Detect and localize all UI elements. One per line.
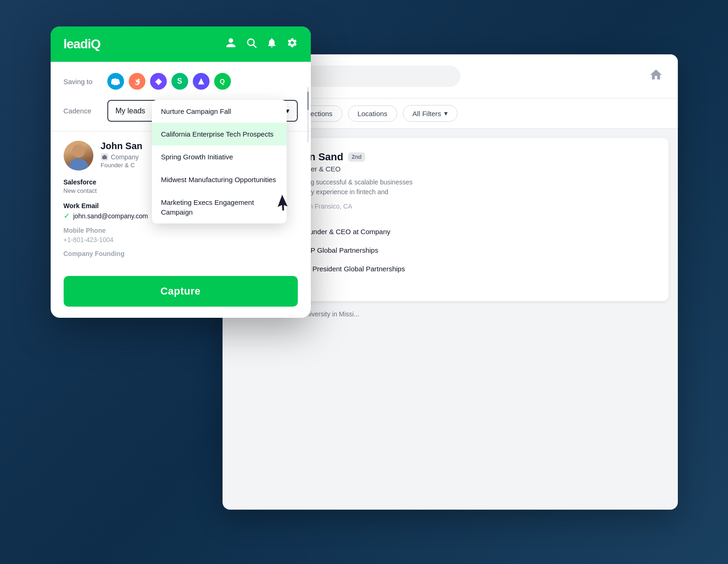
purple-crm-icon[interactable]: ◆ xyxy=(150,73,167,90)
check-icon: ✓ xyxy=(64,211,70,220)
filter-locations[interactable]: Locations xyxy=(348,105,397,122)
bg-profile-info: John Sand 2nd Founder & CEO Building suc… xyxy=(291,151,656,217)
company-founding: Company Founding xyxy=(64,250,298,257)
cadence-dropdown: Nurture Campaign Fall California Enterpr… xyxy=(152,100,287,223)
header-icons xyxy=(225,37,298,51)
dropdown-item-3[interactable]: Midwest Manufacturing Opportunities xyxy=(152,168,287,191)
dropdown-item-2[interactable]: Spring Growth Initiative xyxy=(152,145,287,168)
bg-profile-title: Founder & CEO xyxy=(291,165,656,173)
bell-icon[interactable] xyxy=(266,37,277,51)
gear-icon[interactable] xyxy=(287,37,298,51)
scroll-thumb xyxy=(307,92,309,110)
outreach-icon[interactable] xyxy=(193,73,210,90)
dropdown-item-4[interactable]: Marketing Execs Engagement Campaign xyxy=(152,191,287,223)
connect-icon[interactable]: Q xyxy=(214,73,231,90)
person-icon[interactable] xyxy=(225,37,236,51)
capture-button[interactable]: Capture xyxy=(64,276,298,307)
saving-to-label: Saving to xyxy=(64,78,101,85)
leadiq-avatar xyxy=(64,141,93,171)
home-icon[interactable] xyxy=(649,68,663,85)
filter-all[interactable]: All Filters ▾ xyxy=(403,105,458,122)
leadiq-logo: leadiQ xyxy=(64,37,101,52)
dropdown-item-0[interactable]: Nurture Campaign Fall xyxy=(152,100,287,123)
more-roles[interactable]: + 6 more xyxy=(263,281,656,288)
dropdown-item-1[interactable]: California Enterprise Tech Prospects xyxy=(152,123,287,145)
cadence-label: Cadence xyxy=(64,107,101,115)
saving-to-row: Saving to ◆ S Q xyxy=(64,73,298,90)
search-icon[interactable] xyxy=(246,37,257,51)
bg-profile-bio: Building successful & scalable businesse… xyxy=(291,177,656,197)
salesforce-icon[interactable] xyxy=(107,73,124,90)
bg-profile-location: San Fransico, CA xyxy=(291,203,656,210)
scroll-track xyxy=(307,87,309,143)
svg-line-4 xyxy=(253,45,256,48)
mobile-section: Mobile Phone +1-801-423-1004 xyxy=(64,227,298,243)
salesloft-icon[interactable]: S xyxy=(171,73,188,90)
connection-badge: 2nd xyxy=(348,152,365,162)
hubspot-icon[interactable] xyxy=(129,73,145,90)
crm-icons-row: ◆ S Q xyxy=(107,73,231,90)
leadiq-header: leadiQ xyxy=(51,26,311,62)
svg-marker-6 xyxy=(198,78,204,84)
company-icon xyxy=(101,153,108,161)
